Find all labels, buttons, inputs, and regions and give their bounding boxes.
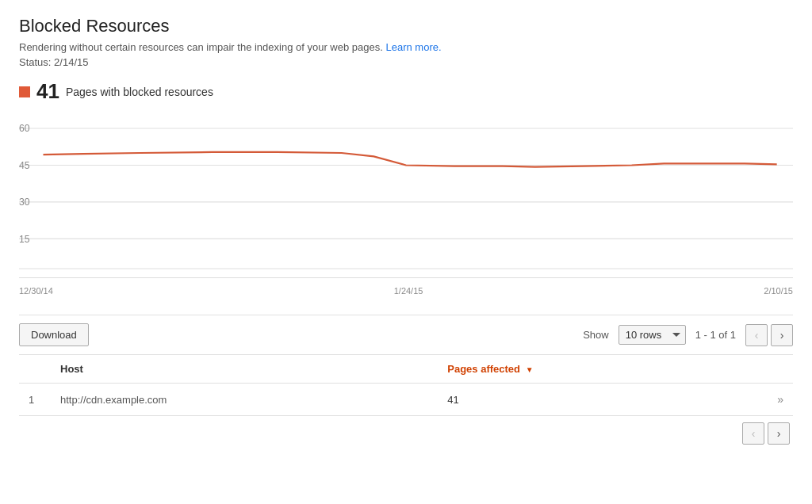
next-page-button[interactable]: › bbox=[771, 324, 793, 346]
prev-page-button[interactable]: ‹ bbox=[745, 324, 768, 346]
chart-x-label-3: 2/10/15 bbox=[764, 286, 793, 296]
table-row: 1 http://cdn.example.com 41 » bbox=[19, 384, 793, 416]
stat-number: 41 bbox=[36, 79, 59, 104]
row-num-cell: 1 bbox=[19, 384, 51, 416]
bottom-prev-button[interactable]: ‹ bbox=[742, 422, 764, 445]
col-header-pages-affected[interactable]: Pages affected ▼ bbox=[438, 355, 761, 384]
status-text: Status: 2/14/15 bbox=[19, 56, 793, 68]
page-title: Blocked Resources bbox=[19, 16, 793, 36]
bottom-next-button[interactable]: › bbox=[768, 422, 790, 445]
bottom-pagination: ‹ › bbox=[19, 416, 793, 451]
pagination-info: 1 - 1 of 1 bbox=[695, 329, 736, 341]
col-header-host: Host bbox=[51, 355, 438, 384]
table-header-row: Host Pages affected ▼ bbox=[19, 355, 793, 384]
download-button[interactable]: Download bbox=[19, 323, 89, 346]
page-description: Rendering without certain resources can … bbox=[19, 41, 793, 53]
col-header-num bbox=[19, 355, 51, 384]
svg-text:60: 60 bbox=[19, 122, 30, 135]
chart-x-label-1: 12/30/14 bbox=[19, 286, 53, 296]
pagination-nav: ‹ › bbox=[745, 324, 793, 346]
stat-row: 41 Pages with blocked resources bbox=[19, 79, 793, 104]
chart-x-labels: 12/30/14 1/24/15 2/10/15 bbox=[19, 283, 793, 299]
toolbar: Download Show 10 rows 25 rows 50 rows 10… bbox=[19, 315, 793, 355]
col-header-action bbox=[761, 355, 793, 384]
learn-more-link[interactable]: Learn more. bbox=[386, 41, 442, 53]
chart-svg: 60 45 30 15 bbox=[19, 120, 793, 277]
pages-affected-cell: 41 bbox=[438, 384, 761, 416]
host-cell: http://cdn.example.com bbox=[51, 384, 438, 416]
col-header-pages-affected-label: Pages affected bbox=[447, 363, 520, 375]
row-action-cell[interactable]: » bbox=[761, 384, 793, 416]
show-label: Show bbox=[583, 329, 609, 341]
stat-label: Pages with blocked resources bbox=[66, 86, 213, 98]
sort-arrow-icon: ▼ bbox=[526, 365, 534, 374]
svg-text:15: 15 bbox=[19, 232, 30, 245]
toolbar-right: Show 10 rows 25 rows 50 rows 100 rows 1 … bbox=[583, 324, 793, 346]
svg-text:45: 45 bbox=[19, 158, 30, 171]
description-text: Rendering without certain resources can … bbox=[19, 41, 383, 53]
data-table: Host Pages affected ▼ 1 http://cdn.examp… bbox=[19, 355, 793, 416]
rows-per-page-select[interactable]: 10 rows 25 rows 50 rows 100 rows bbox=[619, 325, 686, 345]
svg-text:30: 30 bbox=[19, 196, 30, 208]
chart-area: 60 45 30 15 bbox=[19, 120, 793, 278]
chart-x-label-2: 1/24/15 bbox=[394, 286, 423, 296]
stat-icon bbox=[19, 86, 30, 97]
